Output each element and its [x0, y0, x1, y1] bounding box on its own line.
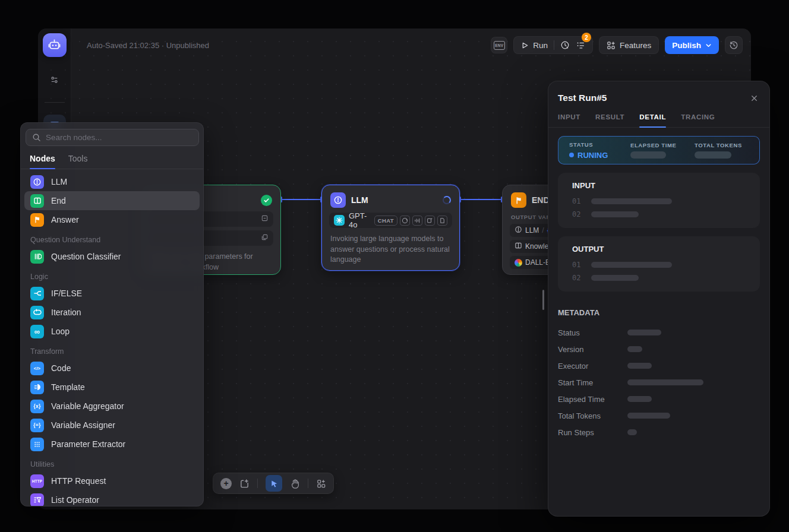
features-label: Features	[620, 41, 651, 50]
tab-nodes[interactable]: Nodes	[30, 154, 55, 169]
template-icon	[30, 381, 44, 394]
node-item-label: LLM	[51, 177, 67, 186]
answer-icon	[30, 213, 44, 227]
history-icon	[729, 40, 738, 50]
success-check-icon	[261, 195, 272, 206]
node-item-label: List Operator	[51, 495, 99, 505]
preferences-sliders-icon[interactable]	[45, 70, 64, 89]
model-name: GPT-4o	[349, 211, 370, 229]
features-icon	[607, 41, 616, 50]
add-note-button[interactable]	[239, 479, 250, 489]
pointer-mode-button[interactable]	[266, 475, 282, 492]
metadata-row-elapsed-time: Elapsed Time	[548, 391, 769, 407]
tab-tools[interactable]: Tools	[68, 154, 88, 169]
node-item-answer[interactable]: Answer	[21, 210, 203, 229]
node-item-loop[interactable]: ∞ Loop	[21, 322, 203, 341]
env-icon: ENV	[494, 41, 505, 50]
node-item-code[interactable]: </> Code	[21, 359, 203, 378]
llm-node-title: LLM	[351, 195, 368, 205]
node-item-label: HTTP Request	[51, 476, 106, 486]
node-item-question-classifier[interactable]: Question Classifier	[21, 247, 203, 266]
node-item-label: Template	[51, 382, 85, 392]
parameter-extractor-icon	[30, 438, 44, 451]
list-operator-icon	[30, 493, 44, 507]
section-logic: Logic	[21, 266, 203, 284]
llm-node[interactable]: LLM GPT-4o CHAT	[321, 185, 460, 271]
end-icon	[511, 192, 526, 208]
tab-detail[interactable]: DETAIL	[639, 113, 666, 127]
tab-tracing[interactable]: TRACING	[681, 113, 715, 127]
version-history-button[interactable]	[725, 36, 743, 54]
node-item-parameter-extractor[interactable]: Parameter Extractor	[21, 435, 203, 454]
tab-input[interactable]: INPUT	[558, 113, 580, 127]
node-item-label: Question Classifier	[51, 252, 121, 261]
variable-source: LLM	[525, 226, 539, 235]
question-classifier-icon	[30, 250, 44, 264]
run-button[interactable]: Run	[521, 41, 548, 50]
status-value: RUNING	[577, 151, 608, 160]
tab-result[interactable]: RESULT	[595, 113, 624, 127]
running-dot	[569, 153, 574, 157]
separator: /	[542, 226, 544, 235]
model-selector-row[interactable]: GPT-4o CHAT	[329, 213, 452, 228]
add-node-button[interactable]: +	[220, 478, 232, 489]
run-history-button[interactable]	[560, 40, 570, 50]
env-variables-button[interactable]: ENV	[491, 37, 507, 53]
chevron-down-icon	[705, 42, 712, 49]
node-item-label: Iteration	[51, 308, 81, 317]
canvas-scrollbar[interactable]	[542, 290, 544, 310]
node-item-llm[interactable]: LLM	[21, 172, 203, 191]
node-item-label: Code	[51, 363, 71, 373]
divider	[554, 40, 554, 50]
paragraph-icon	[261, 233, 269, 243]
skeleton-bar	[627, 396, 652, 402]
edge-llm-to-end[interactable]	[460, 199, 502, 200]
publish-button[interactable]: Publish	[665, 36, 719, 54]
hand-mode-button[interactable]	[290, 479, 300, 489]
close-icon[interactable]	[748, 92, 760, 104]
metadata-label: Status	[558, 328, 613, 337]
node-item-label: Variable Aggregator	[51, 401, 124, 411]
node-item-template[interactable]: Template	[21, 378, 203, 397]
running-spinner-icon	[443, 196, 451, 204]
node-item-iteration[interactable]: Iteration	[21, 303, 203, 322]
features-button[interactable]: Features	[599, 36, 659, 54]
loop-icon: ∞	[30, 325, 44, 338]
node-item-if-else[interactable]: IF/ELSE	[21, 284, 203, 303]
output-card: OUTPUT 01 02	[558, 236, 760, 292]
node-item-http-request[interactable]: HTTP HTTP Request	[21, 471, 203, 490]
plus-icon: +	[223, 479, 228, 487]
top-bar: Auto-Saved 21:02:35 · Unpublished ENV Ru…	[71, 28, 751, 62]
skeleton-bar	[627, 363, 652, 369]
node-item-label: Loop	[51, 327, 70, 336]
organize-blocks-button[interactable]	[316, 479, 326, 489]
search-input[interactable]: Search nodes...	[26, 129, 199, 146]
node-item-list-operator[interactable]: List Operator	[21, 490, 203, 506]
node-item-variable-assigner[interactable]: {=} Variable Assigner	[21, 416, 203, 435]
run-button-label: Run	[533, 41, 548, 50]
node-item-label: Answer	[51, 215, 79, 224]
llm-icon	[30, 175, 44, 189]
short-text-icon	[261, 214, 269, 224]
test-run-panel: Test Run#5 INPUT RESULT DETAIL TRACING S…	[548, 81, 770, 517]
metadata-row-total-tokens: Total Tokens	[548, 407, 769, 424]
line-number: 01	[572, 197, 583, 205]
node-item-end[interactable]: End	[24, 191, 200, 210]
autosave-status: Auto-Saved 21:02:35 · Unpublished	[87, 41, 209, 50]
if-else-icon	[30, 287, 44, 300]
status-label: STATUS	[569, 141, 630, 148]
node-item-variable-aggregator[interactable]: {x} Variable Aggregator	[21, 397, 203, 416]
metadata-row-status: Status	[548, 324, 769, 341]
edge-start-to-llm[interactable]	[281, 199, 321, 200]
app-robot-icon[interactable]	[43, 33, 67, 57]
section-transform: Transform	[21, 341, 203, 359]
knowledge-icon	[515, 242, 522, 251]
chat-mode-badge: CHAT	[374, 216, 397, 226]
panel-tabs: Nodes Tools	[21, 146, 203, 169]
toolbar-divider	[257, 479, 258, 488]
skeleton-bar	[627, 346, 642, 352]
checklist-button[interactable]: 2	[576, 40, 585, 50]
variable-source: DALL-E	[525, 258, 550, 267]
vision-capability-icon	[400, 216, 410, 226]
skeleton-bar	[627, 413, 670, 419]
